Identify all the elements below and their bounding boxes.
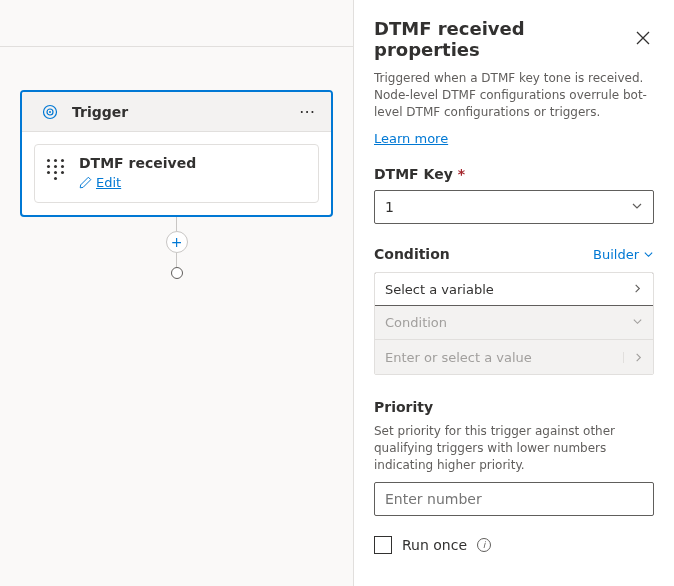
add-node-button[interactable]: + <box>166 231 188 253</box>
panel-title: DTMF received properties <box>374 18 632 60</box>
condition-operator-row: Condition <box>375 306 653 340</box>
chevron-right-icon <box>623 352 653 363</box>
properties-panel: DTMF received properties Triggered when … <box>354 0 674 586</box>
condition-label: Condition <box>374 246 450 262</box>
end-node-icon <box>171 267 183 279</box>
dialpad-icon <box>47 159 65 180</box>
chevron-right-icon <box>632 282 643 297</box>
condition-value-row: Enter or select a value <box>375 340 653 374</box>
connector: + <box>166 217 188 279</box>
run-once-row: Run once i <box>374 536 654 554</box>
svg-point-2 <box>49 111 51 113</box>
select-variable-row[interactable]: Select a variable <box>374 272 654 306</box>
panel-description: Triggered when a DTMF key tone is receiv… <box>374 70 654 120</box>
trigger-card[interactable]: Trigger ⋯ DTMF received Edit <box>20 90 333 217</box>
priority-input[interactable] <box>374 482 654 516</box>
dtmf-key-label: DTMF Key * <box>374 166 654 182</box>
run-once-label: Run once <box>402 537 467 553</box>
info-icon[interactable]: i <box>477 538 491 552</box>
node-title: DTMF received <box>79 155 306 171</box>
learn-more-link[interactable]: Learn more <box>374 131 448 146</box>
trigger-header: Trigger ⋯ <box>22 92 331 132</box>
pencil-icon <box>79 176 92 189</box>
builder-toggle[interactable]: Builder <box>593 247 654 262</box>
priority-label: Priority <box>374 399 654 415</box>
trigger-icon <box>34 104 66 120</box>
more-options-icon[interactable]: ⋯ <box>295 98 319 125</box>
chevron-down-icon <box>631 199 643 215</box>
run-once-checkbox[interactable] <box>374 536 392 554</box>
flow-canvas: Trigger ⋯ DTMF received Edit <box>0 0 354 586</box>
priority-help: Set priority for this trigger against ot… <box>374 423 654 473</box>
chevron-down-icon <box>643 249 654 260</box>
trigger-title: Trigger <box>72 104 295 120</box>
chevron-down-icon <box>632 315 643 330</box>
close-icon[interactable] <box>632 27 654 52</box>
edit-link[interactable]: Edit <box>79 175 121 190</box>
dtmf-key-select[interactable]: 1 <box>374 190 654 224</box>
condition-builder: Select a variable Condition Enter or sel… <box>374 272 654 375</box>
dtmf-received-node[interactable]: DTMF received Edit <box>34 144 319 203</box>
